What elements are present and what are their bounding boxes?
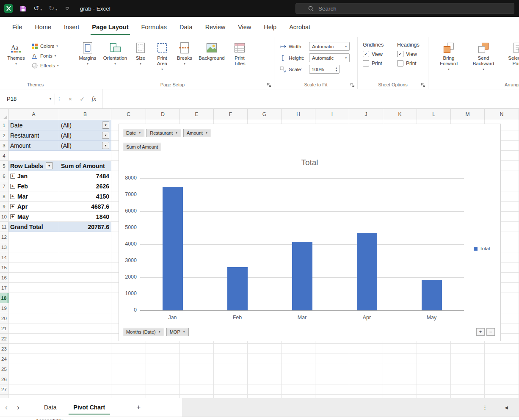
undo-button[interactable]: ↺ ▾ [33, 5, 42, 12]
cell-N23[interactable] [485, 344, 519, 354]
expand-button[interactable]: + [10, 214, 15, 219]
cell-B13[interactable] [59, 242, 111, 252]
cell-L24[interactable] [417, 354, 451, 364]
cell-G27[interactable] [248, 384, 282, 395]
cell-B10[interactable]: 1840 [59, 212, 111, 222]
cell-B28[interactable] [59, 395, 111, 398]
cell-C28[interactable] [111, 395, 146, 398]
tab-insert[interactable]: Insert [58, 17, 86, 37]
cell-A15[interactable] [8, 262, 59, 273]
cell-K28[interactable] [383, 395, 417, 398]
row-labels-dropdown[interactable]: ▼ [46, 162, 53, 169]
cell-G26[interactable] [248, 374, 282, 384]
cell-H26[interactable] [282, 374, 315, 384]
cell-B14[interactable] [59, 252, 111, 262]
cell-D27[interactable] [146, 384, 180, 395]
column-header-C[interactable]: C [111, 109, 146, 120]
headings-view-checkbox[interactable]: ✓ View [397, 51, 425, 57]
sheet-tab-data[interactable]: Data [36, 398, 65, 417]
row-header-21[interactable]: 21 [0, 323, 8, 334]
expand-button[interactable]: + [10, 204, 15, 209]
cell-A20[interactable] [8, 313, 59, 323]
row-header-6[interactable]: 6 [0, 171, 8, 181]
search-box[interactable]: Search [295, 3, 514, 14]
tab-file[interactable]: File [6, 17, 28, 37]
tabbar-more-icon[interactable]: ⋮ [482, 404, 488, 411]
gridlines-view-checkbox[interactable]: ✓ View [363, 51, 391, 57]
row-header-12[interactable]: 12 [0, 232, 8, 242]
formula-input[interactable] [102, 89, 519, 108]
row-header-17[interactable]: 17 [0, 283, 8, 293]
headings-print-checkbox[interactable]: Print [397, 60, 425, 66]
colors-button[interactable]: Colors ▾ [31, 43, 58, 50]
cell-C23[interactable] [111, 344, 146, 354]
tab-page-layout[interactable]: Page Layout [86, 17, 135, 37]
orientation-button[interactable]: Orientation ▾ [101, 41, 130, 66]
cell-M26[interactable] [451, 374, 485, 384]
cell-I26[interactable] [315, 374, 349, 384]
cell-A23[interactable] [8, 344, 59, 354]
sheet-tab-pivot-chart[interactable]: Pivot Chart [65, 398, 114, 417]
row-header-28[interactable]: 28 [0, 395, 8, 398]
cell-G23[interactable] [248, 344, 282, 354]
column-header-E[interactable]: E [180, 109, 214, 120]
cell-E23[interactable] [180, 344, 214, 354]
gridlines-print-checkbox[interactable]: Print [363, 60, 391, 66]
tab-data[interactable]: Data [173, 17, 199, 37]
cell-B2[interactable]: (All)▼ [59, 130, 111, 141]
cell-A6[interactable]: +Jan [8, 171, 59, 181]
cell-A14[interactable] [8, 252, 59, 262]
cell-C27[interactable] [111, 384, 146, 395]
expand-button[interactable]: + [10, 184, 15, 189]
row-header-13[interactable]: 13 [0, 242, 8, 252]
cell-B16[interactable] [59, 273, 111, 283]
spinner-arrows-icon[interactable]: ▴▾ [336, 66, 337, 72]
cell-A11[interactable]: Grand Total [8, 222, 59, 232]
fonts-button[interactable]: A Fonts ▾ [31, 52, 58, 59]
row-header-4[interactable]: 4 [0, 151, 8, 161]
row-header-16[interactable]: 16 [0, 273, 8, 283]
column-header-N[interactable]: N [485, 109, 519, 120]
row-header-22[interactable]: 22 [0, 334, 8, 344]
chart-value-field-button[interactable]: Sum of Amount [123, 143, 161, 151]
cell-J27[interactable] [349, 384, 383, 395]
cell-A12[interactable] [8, 232, 59, 242]
cell-B22[interactable] [59, 334, 111, 344]
cell-A9[interactable]: +Apr [8, 202, 59, 212]
row-header-23[interactable]: 23 [0, 344, 8, 354]
cell-B9[interactable]: 4687.6 [59, 202, 111, 212]
cell-A18[interactable] [8, 293, 59, 303]
cell-M25[interactable] [451, 364, 485, 374]
bring-forward-button[interactable]: Bring Forward ▾ [435, 41, 462, 71]
cell-A4[interactable] [8, 151, 59, 161]
print-titles-button[interactable]: Print Titles [229, 41, 251, 66]
cell-B17[interactable] [59, 283, 111, 293]
cell-J24[interactable] [349, 354, 383, 364]
bar-mar[interactable] [292, 242, 312, 310]
cell-H27[interactable] [282, 384, 315, 395]
enter-button[interactable]: ✓ [76, 96, 88, 102]
row-header-20[interactable]: 20 [0, 313, 8, 323]
expand-button[interactable]: + [10, 174, 15, 179]
background-button[interactable]: Background [196, 41, 227, 61]
cell-B23[interactable] [59, 344, 111, 354]
cell-L26[interactable] [417, 374, 451, 384]
cell-B21[interactable] [59, 323, 111, 334]
cell-H28[interactable] [282, 395, 315, 398]
column-header-D[interactable]: D [146, 109, 180, 120]
cell-B26[interactable] [59, 374, 111, 384]
cell-A24[interactable] [8, 354, 59, 364]
cell-L25[interactable] [417, 364, 451, 374]
cell-B4[interactable] [59, 151, 111, 161]
cell-K27[interactable] [383, 384, 417, 395]
tab-review[interactable]: Review [199, 17, 232, 37]
height-combo[interactable]: Automatic ▾ [309, 53, 350, 62]
column-header-A[interactable]: A [8, 109, 59, 120]
filter-dropdown-amount[interactable]: ▼ [102, 142, 109, 149]
cell-A8[interactable]: +Mar [8, 191, 59, 202]
cell-F26[interactable] [214, 374, 248, 384]
bar-may[interactable] [422, 280, 442, 310]
cell-F25[interactable] [214, 364, 248, 374]
cell-A16[interactable] [8, 273, 59, 283]
row-header-18[interactable]: 18 [0, 293, 8, 303]
